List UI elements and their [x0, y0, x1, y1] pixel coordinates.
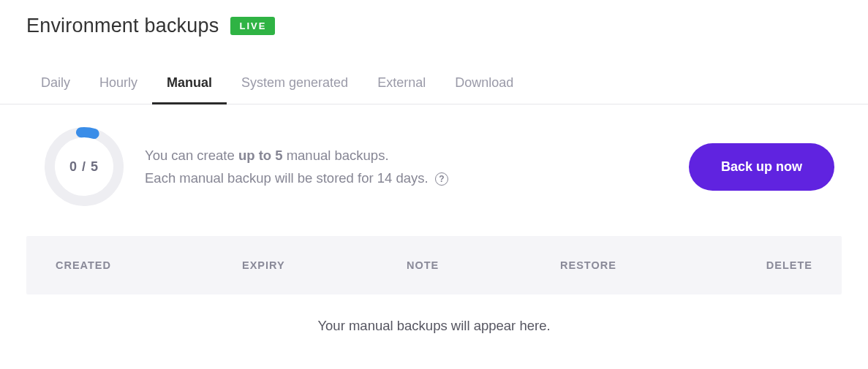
- page-title: Environment backups: [26, 15, 219, 37]
- tab-hourly[interactable]: Hourly: [85, 75, 152, 104]
- column-header-created: CREATED: [56, 259, 242, 271]
- info-line1-pre: You can create: [145, 148, 238, 163]
- page-header: Environment backups LIVE: [0, 15, 868, 37]
- info-line1-post: manual backups.: [283, 148, 389, 163]
- content-area: 0 / 5 You can create up to 5 manual back…: [0, 104, 868, 207]
- info-line1-bold: up to 5: [238, 148, 283, 163]
- column-header-delete: DELETE: [743, 259, 812, 271]
- info-text: You can create up to 5 manual backups. E…: [145, 144, 668, 190]
- table-header: CREATED EXPIRY NOTE RESTORE DELETE: [26, 236, 842, 294]
- column-header-restore: RESTORE: [560, 259, 743, 271]
- backup-now-button[interactable]: Back up now: [689, 143, 834, 191]
- tab-daily[interactable]: Daily: [26, 75, 85, 104]
- table-section: CREATED EXPIRY NOTE RESTORE DELETE Your …: [0, 236, 868, 357]
- tab-manual[interactable]: Manual: [152, 75, 227, 104]
- tabs: Daily Hourly Manual System generated Ext…: [26, 75, 868, 104]
- tab-download[interactable]: Download: [440, 75, 528, 104]
- column-header-note: NOTE: [407, 259, 560, 271]
- live-badge: LIVE: [230, 17, 275, 35]
- column-header-expiry: EXPIRY: [242, 259, 407, 271]
- info-row: 0 / 5 You can create up to 5 manual back…: [44, 126, 842, 207]
- tabs-container: Daily Hourly Manual System generated Ext…: [0, 75, 868, 104]
- tab-system-generated[interactable]: System generated: [227, 75, 363, 104]
- empty-state-message: Your manual backups will appear here.: [26, 294, 842, 357]
- usage-count: 0 / 5: [69, 159, 99, 175]
- info-line2: Each manual backup will be stored for 14…: [145, 170, 429, 186]
- tab-external[interactable]: External: [363, 75, 440, 104]
- usage-progress-circle: 0 / 5: [44, 126, 124, 207]
- help-icon[interactable]: ?: [435, 172, 448, 186]
